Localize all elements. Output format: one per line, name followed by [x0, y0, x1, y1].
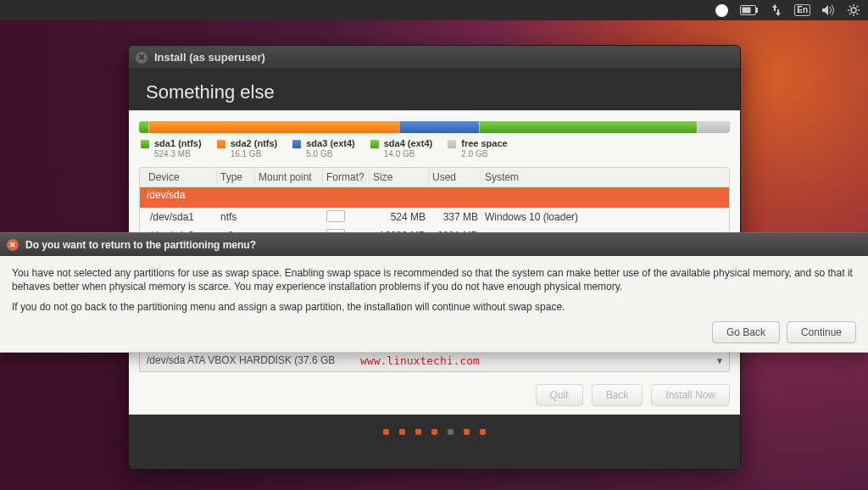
volume-icon [822, 5, 836, 15]
battery-icon [740, 5, 759, 15]
page-title: Something else [129, 70, 740, 110]
gear-icon [848, 4, 860, 16]
desktop: En ✕ Install (as superuser) Something el… [0, 0, 868, 490]
progress-dot [383, 429, 389, 435]
dialog-body: You have not selected any partitions for… [0, 256, 868, 353]
legend-text: sda3 (ext4)5.0 GB [306, 138, 354, 159]
top-menubar: En [0, 0, 868, 20]
close-icon: ✕ [138, 53, 145, 62]
legend-text: sda1 (ntfs)524.3 MB [154, 138, 202, 159]
dialog-paragraph-1: You have not selected any partitions for… [12, 266, 856, 293]
legend-item: free space2.0 GB [448, 138, 507, 159]
wizard-buttons: Quit Back Install Now [536, 384, 730, 406]
keyboard-layout-label: En [794, 4, 810, 16]
quit-button[interactable]: Quit [536, 384, 583, 406]
go-back-button[interactable]: Go Back [712, 321, 780, 343]
legend-text: sda4 (ext4)14.0 GB [384, 138, 432, 159]
table-header-cell[interactable]: Type [217, 169, 255, 186]
window-title: Install (as superuser) [154, 51, 265, 64]
partition-segment[interactable] [139, 121, 148, 133]
dialog-paragraph-2: If you do not go back to the partitionin… [12, 300, 856, 314]
svg-rect-2 [756, 8, 758, 13]
cell-used: 337 MB [429, 211, 481, 223]
accessibility-icon [715, 4, 728, 17]
partition-bar [139, 121, 730, 133]
legend-swatch [217, 140, 225, 148]
cell-size: 524 MB [370, 211, 429, 223]
table-header-cell[interactable]: Size [370, 169, 429, 186]
legend-text: free space2.0 GB [461, 138, 507, 159]
progress-dot [399, 429, 405, 435]
legend-swatch [448, 140, 456, 148]
system-indicator[interactable] [846, 0, 861, 20]
svg-point-3 [851, 8, 856, 13]
network-indicator[interactable] [769, 0, 784, 20]
bootloader-value: /dev/sda ATA VBOX HARDDISK (37.6 GB [147, 354, 335, 366]
progress-dots [129, 415, 740, 448]
partition-segment[interactable] [399, 121, 480, 133]
partition-segment[interactable] [479, 121, 697, 133]
table-header-row: DeviceTypeMount pointFormat?SizeUsedSyst… [140, 168, 729, 187]
checkbox-icon [326, 210, 345, 222]
legend-swatch [292, 140, 301, 148]
window-titlebar[interactable]: ✕ Install (as superuser) [129, 46, 740, 70]
swap-warning-dialog: ✕ Do you want to return to the partition… [0, 232, 868, 353]
progress-dot [415, 429, 421, 435]
svg-line-11 [857, 6, 858, 7]
svg-line-10 [849, 14, 850, 14]
partition-legend: sda1 (ntfs)524.3 MBsda2 (ntfs)16.1 GBsda… [139, 138, 730, 165]
network-updown-icon [771, 4, 782, 16]
cell-format[interactable] [323, 210, 370, 225]
table-row[interactable]: /dev/sda1ntfs524 MB337 MBWindows 10 (loa… [140, 208, 729, 226]
disk-row[interactable]: /dev/sda [140, 187, 729, 208]
legend-swatch [141, 140, 149, 148]
table-header-cell[interactable]: System [481, 169, 724, 186]
battery-indicator[interactable] [738, 0, 760, 20]
dialog-close-button[interactable]: ✕ [7, 239, 19, 251]
legend-item: sda1 (ntfs)524.3 MB [141, 138, 202, 159]
partition-segment[interactable] [148, 121, 399, 133]
accessibility-indicator[interactable] [714, 0, 730, 20]
legend-item: sda4 (ext4)14.0 GB [370, 138, 432, 159]
partition-chart: sda1 (ntfs)524.3 MBsda2 (ntfs)16.1 GBsda… [129, 111, 740, 167]
svg-rect-1 [743, 8, 751, 14]
legend-item: sda2 (ntfs)16.1 GB [217, 138, 278, 159]
dialog-titlebar[interactable]: ✕ Do you want to return to the partition… [0, 232, 868, 256]
back-button[interactable]: Back [592, 384, 643, 406]
partition-segment[interactable] [697, 121, 730, 133]
dialog-title: Do you want to return to the partitionin… [25, 239, 256, 251]
chevron-down-icon: ▼ [715, 356, 724, 365]
cell-system: Windows 10 (loader) [481, 211, 724, 223]
cell-device: /dev/sda1 [145, 211, 217, 223]
table-header-cell[interactable]: Device [145, 169, 217, 186]
legend-item: sda3 (ext4)5.0 GB [292, 138, 354, 159]
svg-line-9 [857, 14, 858, 14]
table-header-cell[interactable]: Used [429, 169, 481, 186]
dialog-actions: Go Back Continue [12, 321, 856, 343]
continue-button[interactable]: Continue [787, 321, 856, 343]
svg-line-8 [849, 6, 850, 7]
sound-indicator[interactable] [821, 0, 837, 20]
progress-dot [448, 429, 453, 435]
cell-type: ntfs [217, 211, 255, 223]
table-header-cell[interactable]: Format? [323, 169, 370, 186]
keyboard-layout-indicator[interactable]: En [793, 0, 812, 20]
progress-dot [480, 429, 486, 435]
progress-dot [464, 429, 470, 435]
close-icon: ✕ [9, 241, 16, 249]
disk-label: /dev/sda [147, 189, 185, 201]
legend-text: sda2 (ntfs)16.1 GB [231, 138, 278, 159]
window-close-button[interactable]: ✕ [136, 52, 147, 64]
legend-swatch [370, 140, 379, 148]
watermark-text: www.linuxtechi.com [360, 354, 480, 367]
progress-dot [431, 429, 437, 435]
install-now-button[interactable]: Install Now [651, 384, 730, 406]
table-header-cell[interactable]: Mount point [255, 169, 323, 186]
